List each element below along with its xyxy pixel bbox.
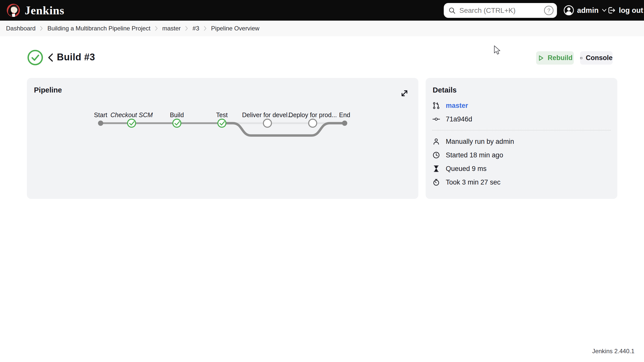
run-cause-row: Manually run by admin <box>432 137 611 146</box>
breadcrumb-dashboard[interactable]: Dashboard <box>6 25 35 32</box>
pipeline-card: Pipeline Start Checkout SCM <box>27 78 418 199</box>
started-text: Started 18 min ago <box>446 151 503 159</box>
details-divider <box>432 130 611 130</box>
pipeline-graph: Start Checkout SCM Build Test Deliver fo… <box>97 108 351 146</box>
breadcrumb-branch[interactable]: master <box>162 25 181 32</box>
stage-node-build[interactable] <box>173 119 181 127</box>
user-menu[interactable]: admin <box>564 0 607 21</box>
breadcrumb-project[interactable]: Building a Multibranch Pipeline Project <box>47 25 150 32</box>
breadcrumb-pipeline-overview[interactable]: Pipeline Overview <box>211 25 259 32</box>
stopwatch-icon <box>432 178 440 186</box>
pipeline-bypass-edge <box>222 123 345 135</box>
stage-label-end: End <box>339 111 350 118</box>
stage-node-deliver[interactable] <box>263 119 271 127</box>
user-icon <box>432 138 440 146</box>
play-icon <box>537 55 544 62</box>
stage-node-test[interactable] <box>218 119 226 127</box>
console-button[interactable]: Console <box>580 51 613 65</box>
hourglass-icon <box>432 165 440 173</box>
user-name: admin <box>577 6 598 15</box>
build-success-icon <box>27 49 44 66</box>
queued-text: Queued 9 ms <box>446 165 487 173</box>
search-box[interactable]: ? <box>444 3 557 18</box>
back-button[interactable] <box>46 53 55 62</box>
pipeline-card-title: Pipeline <box>34 86 62 94</box>
stage-label-test: Test <box>216 111 228 118</box>
stage-label-deliver: Deliver for devel... <box>242 111 293 118</box>
took-text: Took 3 min 27 sec <box>446 178 501 186</box>
svg-text:?: ? <box>547 7 550 14</box>
queued-row: Queued 9 ms <box>432 164 611 173</box>
expand-icon[interactable] <box>399 88 410 99</box>
jenkins-version[interactable]: Jenkins 2.440.1 <box>592 348 634 355</box>
terminal-icon <box>580 54 582 62</box>
commit-row: 71a946d <box>432 115 611 123</box>
breadcrumb-chevron-icon <box>40 26 43 31</box>
console-label: Console <box>586 54 613 62</box>
brand-wordmark: Jenkins <box>25 4 64 17</box>
details-card: Details master 71a946d <box>426 78 617 199</box>
rebuild-button[interactable]: Rebuild <box>536 51 574 65</box>
stage-node-start <box>98 121 103 126</box>
search-input[interactable] <box>459 7 542 15</box>
stage-label-build: Build <box>170 111 184 118</box>
git-branch-icon <box>432 102 440 110</box>
stage-node-end <box>342 121 347 126</box>
stage-label-deploy: Deploy for prod... <box>289 111 337 118</box>
stage-label-start: Start <box>94 111 107 118</box>
branch-row: master <box>432 101 611 110</box>
user-avatar-icon <box>564 5 574 16</box>
took-row: Took 3 min 27 sec <box>432 178 611 187</box>
breadcrumb: Dashboard Building a Multibranch Pipelin… <box>0 21 644 36</box>
stage-label-checkout: Checkout SCM <box>110 111 153 118</box>
logout-label: log out <box>619 6 643 15</box>
mouse-cursor <box>494 45 503 56</box>
rebuild-label: Rebuild <box>548 54 573 62</box>
jenkins-butler-icon <box>7 4 20 17</box>
commit-icon <box>432 115 440 123</box>
stage-node-deploy[interactable] <box>309 119 317 127</box>
search-icon <box>448 7 456 14</box>
clock-icon <box>432 151 440 159</box>
breadcrumb-chevron-icon <box>185 26 188 31</box>
top-navbar: Jenkins ? admin log out <box>0 0 644 21</box>
commit-hash: 71a946d <box>446 115 472 123</box>
stage-node-checkout-scm[interactable] <box>128 119 136 127</box>
jenkins-home-link[interactable]: Jenkins <box>7 4 64 17</box>
branch-link[interactable]: master <box>446 102 468 110</box>
chevron-down-icon <box>601 8 607 13</box>
breadcrumb-chevron-icon <box>204 26 207 31</box>
started-row: Started 18 min ago <box>432 151 611 159</box>
page-title: Build #3 <box>57 52 95 63</box>
breadcrumb-build-number[interactable]: #3 <box>192 25 199 32</box>
run-cause-text: Manually run by admin <box>446 138 514 146</box>
breadcrumb-chevron-icon <box>155 26 158 31</box>
help-icon[interactable]: ? <box>544 5 554 16</box>
logout-button[interactable]: log out <box>607 0 643 21</box>
log-out-icon <box>607 6 616 15</box>
details-card-title: Details <box>433 86 457 94</box>
